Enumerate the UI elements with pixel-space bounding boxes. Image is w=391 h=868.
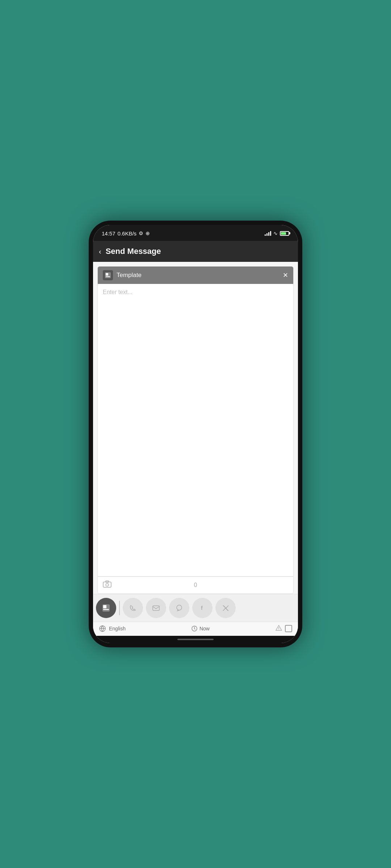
svg-rect-5 — [106, 581, 109, 582]
status-bar: 14:57 0.6KB/s ⚙ ⊕ ∿ — [93, 225, 298, 241]
svg-text:f: f — [201, 605, 203, 611]
channel-twitter-button[interactable] — [215, 598, 236, 618]
app-header: ‹ Send Message — [93, 241, 298, 262]
nav-actions — [276, 625, 292, 632]
svg-point-10 — [177, 605, 182, 610]
time-label: Now — [199, 626, 210, 631]
svg-rect-2 — [106, 276, 110, 277]
channel-chat-button[interactable] — [169, 598, 189, 618]
other-icon: ⊕ — [146, 230, 150, 236]
language-section[interactable]: A English — [99, 625, 126, 632]
svg-rect-9 — [153, 606, 159, 610]
channel-phone-button[interactable] — [123, 598, 143, 618]
channels-row: f — [93, 594, 298, 622]
language-icon: A — [99, 625, 106, 632]
warning-icon — [276, 625, 282, 632]
back-button[interactable]: ‹ — [99, 247, 101, 256]
template-icon — [103, 270, 113, 280]
template-header: Template ✕ — [98, 267, 293, 284]
wifi-icon: ∿ — [273, 230, 278, 236]
camera-icon[interactable] — [103, 580, 112, 590]
signal-bar-2 — [266, 233, 268, 236]
home-indicator — [93, 636, 298, 643]
status-left: 14:57 0.6KB/s ⚙ ⊕ — [102, 230, 150, 237]
phone-frame: 14:57 0.6KB/s ⚙ ⊕ ∿ ‹ Send M — [89, 221, 302, 647]
battery-fill — [281, 232, 286, 235]
signal-bar-3 — [268, 232, 269, 236]
spotify-icon: ⚙ — [139, 230, 143, 236]
template-card: Template ✕ Enter text... — [97, 266, 294, 594]
square-button[interactable] — [285, 625, 292, 632]
svg-point-17 — [278, 629, 279, 630]
char-count: 0 — [194, 582, 197, 588]
channel-email-button[interactable] — [146, 598, 166, 618]
signal-bar-1 — [265, 234, 266, 236]
channel-template-button[interactable] — [96, 598, 116, 618]
page-title: Send Message — [106, 247, 161, 256]
template-body[interactable]: Enter text... — [98, 284, 293, 576]
signal-bar-4 — [270, 231, 271, 236]
bottom-toolbar: 0 — [98, 576, 293, 593]
clock-icon — [192, 626, 197, 631]
svg-rect-7 — [103, 605, 106, 608]
template-placeholder: Enter text... — [103, 289, 133, 295]
system-nav-bar: A English Now — [93, 622, 298, 636]
svg-rect-8 — [103, 609, 109, 610]
status-right: ∿ — [265, 230, 289, 236]
channel-facebook-button[interactable]: f — [192, 598, 213, 618]
status-speed: 0.6KB/s — [118, 230, 137, 237]
battery-icon — [280, 231, 289, 236]
template-close-button[interactable]: ✕ — [283, 272, 288, 278]
svg-rect-1 — [106, 273, 108, 276]
main-content: Template ✕ Enter text... — [93, 262, 298, 636]
signal-icon — [265, 231, 271, 236]
status-time: 14:57 — [102, 230, 115, 237]
time-section: Now — [192, 626, 210, 631]
svg-point-4 — [106, 583, 109, 586]
template-title: Template — [117, 272, 279, 279]
phone-screen: 14:57 0.6KB/s ⚙ ⊕ ∿ ‹ Send M — [93, 225, 298, 643]
home-bar — [177, 639, 214, 640]
language-label: English — [109, 626, 126, 631]
channel-divider — [119, 601, 120, 615]
